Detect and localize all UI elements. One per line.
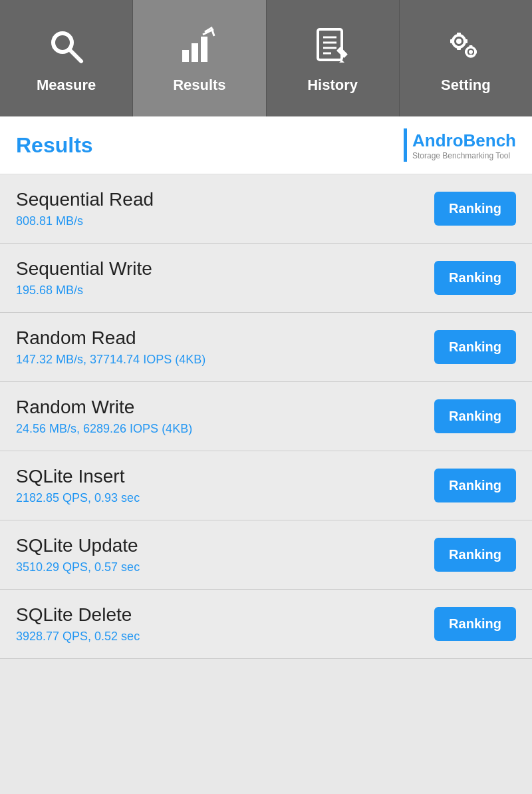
result-info: Random Write24.56 MB/s, 6289.26 IOPS (4K…	[16, 397, 192, 436]
brand-text: AndroBench Storage Benchmarking Tool	[412, 130, 516, 160]
result-item: SQLite Insert2182.85 QPS, 0.93 secRankin…	[0, 451, 532, 520]
ranking-button[interactable]: Ranking	[434, 192, 516, 226]
brand-name-part1: Andro	[412, 130, 464, 150]
svg-rect-24	[474, 50, 477, 53]
measure-icon	[43, 23, 90, 70]
ranking-button[interactable]: Ranking	[434, 330, 516, 364]
setting-label: Setting	[441, 77, 491, 94]
results-icon	[176, 23, 223, 70]
nav-item-measure[interactable]: Measure	[0, 0, 133, 116]
result-value: 24.56 MB/s, 6289.26 IOPS (4KB)	[16, 422, 192, 436]
svg-rect-21	[469, 45, 473, 48]
brand-subtitle: Storage Benchmarking Tool	[412, 151, 516, 160]
result-name: SQLite Update	[16, 535, 140, 556]
result-info: Sequential Write195.68 MB/s	[16, 258, 152, 298]
svg-rect-17	[457, 33, 461, 36]
result-value: 808.81 MB/s	[16, 214, 154, 228]
result-value: 195.68 MB/s	[16, 284, 152, 298]
nav-item-history[interactable]: History	[267, 0, 400, 116]
ranking-button[interactable]: Ranking	[434, 538, 516, 572]
navigation-bar: Measure Results	[0, 0, 532, 116]
result-info: SQLite Insert2182.85 QPS, 0.93 sec	[16, 466, 140, 505]
result-item: SQLite Update3510.29 QPS, 0.57 secRankin…	[0, 520, 532, 590]
result-item: Random Write24.56 MB/s, 6289.26 IOPS (4K…	[0, 382, 532, 451]
ranking-button[interactable]: Ranking	[434, 261, 516, 295]
setting-icon	[442, 23, 489, 70]
result-item: Random Read147.32 MB/s, 37714.74 IOPS (4…	[0, 313, 532, 382]
result-name: SQLite Insert	[16, 466, 140, 487]
svg-rect-3	[192, 43, 198, 62]
svg-rect-4	[201, 37, 207, 62]
svg-point-16	[469, 50, 473, 54]
brand-name: AndroBench	[412, 130, 516, 151]
svg-rect-22	[469, 55, 473, 57]
svg-rect-20	[464, 39, 467, 43]
history-icon	[309, 23, 356, 70]
ranking-button[interactable]: Ranking	[434, 399, 516, 433]
svg-rect-6	[318, 29, 342, 60]
brand-bar	[404, 128, 407, 162]
nav-item-setting[interactable]: Setting	[400, 0, 532, 116]
svg-point-14	[456, 39, 462, 44]
result-item: SQLite Delete3928.77 QPS, 0.52 secRankin…	[0, 590, 532, 659]
result-info: SQLite Update3510.29 QPS, 0.57 sec	[16, 535, 140, 574]
result-name: Sequential Write	[16, 258, 152, 280]
brand-container: AndroBench Storage Benchmarking Tool	[404, 128, 516, 162]
result-value: 2182.85 QPS, 0.93 sec	[16, 491, 140, 505]
result-info: Random Read147.32 MB/s, 37714.74 IOPS (4…	[16, 327, 205, 367]
svg-rect-19	[450, 39, 454, 43]
ranking-button[interactable]: Ranking	[434, 469, 516, 502]
svg-rect-2	[182, 50, 189, 62]
svg-rect-23	[465, 50, 467, 53]
brand-name-part2: Bench	[464, 130, 516, 150]
history-label: History	[307, 77, 358, 94]
result-name: Random Read	[16, 327, 205, 349]
result-name: Sequential Read	[16, 189, 154, 210]
results-list: Sequential Read808.81 MB/sRankingSequent…	[0, 174, 532, 659]
result-info: SQLite Delete3928.77 QPS, 0.52 sec	[16, 604, 140, 644]
result-name: Random Write	[16, 397, 192, 418]
svg-rect-18	[457, 47, 461, 50]
page-header: Results AndroBench Storage Benchmarking …	[0, 116, 532, 174]
result-value: 3928.77 QPS, 0.52 sec	[16, 630, 140, 644]
result-name: SQLite Delete	[16, 604, 140, 626]
svg-line-1	[69, 49, 81, 61]
result-item: Sequential Write195.68 MB/sRanking	[0, 244, 532, 313]
result-value: 3510.29 QPS, 0.57 sec	[16, 560, 140, 574]
result-value: 147.32 MB/s, 37714.74 IOPS (4KB)	[16, 353, 205, 367]
result-info: Sequential Read808.81 MB/s	[16, 189, 154, 228]
measure-label: Measure	[37, 77, 96, 94]
page-title: Results	[16, 133, 93, 158]
result-item: Sequential Read808.81 MB/sRanking	[0, 174, 532, 244]
nav-item-results[interactable]: Results	[133, 0, 266, 116]
ranking-button[interactable]: Ranking	[434, 607, 516, 641]
results-label: Results	[173, 77, 225, 94]
